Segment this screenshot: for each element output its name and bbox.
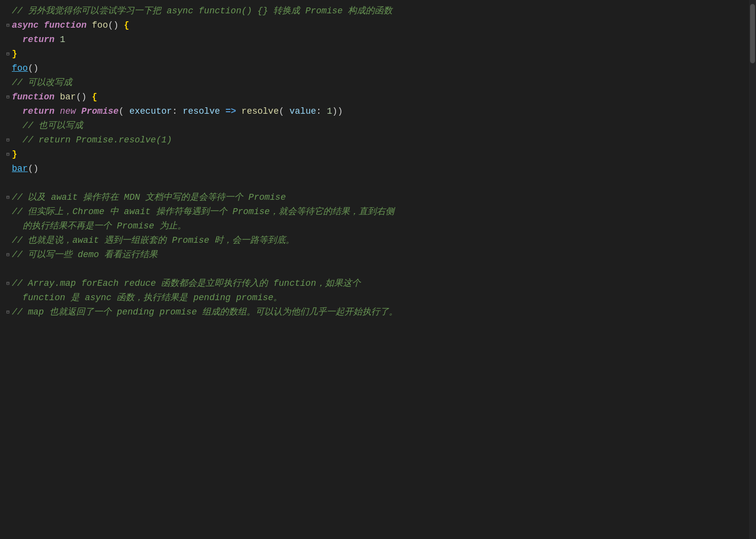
comment-also: // 也可以写成 [23,121,83,131]
code-line-11: ⊟ } [0,147,756,162]
blank-line-2 [0,262,756,276]
line-content-18: // Array.map forEach reduce 函数都会是立即执行传入的… [12,276,748,291]
fold-icon-11[interactable]: ⊟ [4,147,12,162]
code-line-19: function 是 async 函数，执行结果是 pending promis… [0,291,756,305]
new-keyword: new [60,106,76,116]
code-line-5: foo() [0,61,756,76]
colon1: : [172,106,183,116]
number-2: 1 [327,106,332,116]
bar-call: bar [12,164,28,174]
function-keyword: function [44,20,86,30]
comment-array2: function 是 async 函数，执行结果是 pending promis… [23,293,283,303]
return-keyword-2: return [23,106,55,116]
close-brace-1: } [12,49,17,59]
line-content-7: function bar() { [12,90,748,104]
code-line-2: ⊟ async function foo() { [0,18,756,33]
code-line-7: ⊟ function bar() { [0,90,756,104]
code-line-18: ⊟ // Array.map forEach reduce 函数都会是立即执行传… [0,276,756,291]
foo-call: foo [12,63,28,73]
line-content-13: // 以及 await 操作符在 MDN 文档中写的是会等待一个 Promise [12,190,748,205]
line-content-6: // 可以改写成 [12,76,748,90]
comment-rewrite: // 可以改写成 [12,78,72,88]
fold-icon-1[interactable] [4,4,12,18]
line-content-20: // map 也就返回了一个 pending promise 组成的数组。可以认… [12,305,748,319]
executor-label: executor [129,106,172,116]
code-line-17: ⊟ // 可以写一些 demo 看看运行结果 [0,248,756,262]
fold-icon-9 [4,119,12,133]
comment-await1: // 以及 await 操作符在 MDN 文档中写的是会等待一个 Promise [12,192,286,202]
line-content-9: // 也可以写成 [12,119,748,133]
close-parens: )) [332,106,343,116]
code-line-4: ⊟ } [0,47,756,61]
line-content-5: foo() [12,61,748,76]
arrow: => [225,106,236,116]
line-content-19: function 是 async 函数，执行结果是 pending promis… [12,291,748,305]
line-content-2: async function foo() { [12,18,748,33]
fold-icon-7[interactable]: ⊟ [4,90,12,104]
promise-keyword: Promise [81,106,119,116]
value-label: value [290,106,316,116]
code-line-3: return 1 [0,33,756,47]
comment-chrome-cont: 的执行结果不再是一个 Promise 为止。 [23,221,186,231]
line-content-14: // 但实际上，Chrome 中 await 操作符每遇到一个 Promise，… [12,205,748,219]
line-content-16: // 也就是说，await 遇到一组嵌套的 Promise 时，会一路等到底。 [12,233,748,248]
comment-map: // map 也就返回了一个 pending promise 组成的数组。可以认… [12,307,398,317]
number-1: 1 [60,35,65,45]
line-content-11: } [12,147,748,162]
fold-icon-19 [4,291,12,305]
resolve-paren: ( [279,106,284,116]
fold-icon-8 [4,104,12,119]
fold-icon-10[interactable]: ⊟ [4,133,12,147]
code-line-14: // 但实际上，Chrome 中 await 操作符每遇到一个 Promise，… [0,205,756,219]
fold-icon-6 [4,76,12,90]
paren: () [108,20,124,30]
line-content-1: // 另外我觉得你可以尝试学习一下把 async function() {} 转… [12,4,748,18]
fold-icon-13[interactable]: ⊟ [4,190,12,205]
return-keyword: return [23,35,55,45]
code-line-8: return new Promise( executor: resolve =>… [0,104,756,119]
open-brace: { [124,20,129,30]
code-line-15: 的执行结果不再是一个 Promise 为止。 [0,219,756,233]
code-line-1: // 另外我觉得你可以尝试学习一下把 async function() {} 转… [0,4,756,18]
comment-demo: // 可以写一些 demo 看看运行结果 [12,250,158,260]
promise-paren-open: ( [119,106,124,116]
scrollbar-thumb[interactable] [750,4,755,63]
line-content-17: // 可以写一些 demo 看看运行结果 [12,248,748,262]
line-content-3: return 1 [12,33,748,47]
fold-icon-14 [4,205,12,219]
fold-icon-18[interactable]: ⊟ [4,276,12,291]
close-brace-2: } [12,149,17,159]
fold-icon-4[interactable]: ⊟ [4,47,12,61]
code-line-12: bar() [0,162,756,176]
comment-text-1: // 另外我觉得你可以尝试学习一下把 async function() {} 转… [12,6,393,16]
comment-chrome: // 但实际上，Chrome 中 await 操作符每遇到一个 Promise，… [12,207,394,217]
fold-icon-17[interactable]: ⊟ [4,248,12,262]
code-line-10: ⊟ // return Promise.resolve(1) [0,133,756,147]
fold-icon-20[interactable]: ⊟ [4,305,12,319]
code-line-6: // 可以改写成 [0,76,756,90]
line-content-15: 的执行结果不再是一个 Promise 为止。 [12,219,748,233]
fold-icon-12 [4,162,12,176]
fold-icon-16 [4,233,12,248]
blank-line-1 [0,176,756,190]
line-content-8: return new Promise( executor: resolve =>… [12,104,748,119]
foo-func: foo [92,20,108,30]
fold-icon-5 [4,61,12,76]
comment-await2: // 也就是说，await 遇到一组嵌套的 Promise 时，会一路等到底。 [12,235,294,245]
code-line-20: ⊟ // map 也就返回了一个 pending promise 组成的数组。可… [0,305,756,319]
comment-array1: // Array.map forEach reduce 函数都会是立即执行传入的… [12,278,361,288]
scrollbar[interactable] [749,0,756,539]
resolve-param: resolve [183,106,220,116]
async-keyword: async [12,20,44,30]
space [86,20,92,30]
space2 [54,35,60,45]
code-line-16: // 也就是说，await 遇到一组嵌套的 Promise 时，会一路等到底。 [0,233,756,248]
fold-icon-2[interactable]: ⊟ [4,18,12,33]
open-brace-2: { [92,92,97,102]
colon2: : [316,106,327,116]
line-content-10: // return Promise.resolve(1) [12,133,748,147]
line-content-12: bar() [12,162,748,176]
resolve-call: resolve [242,106,279,116]
code-line-9: // 也可以写成 [0,119,756,133]
comment-promise-resolve: // return Promise.resolve(1) [23,135,172,145]
